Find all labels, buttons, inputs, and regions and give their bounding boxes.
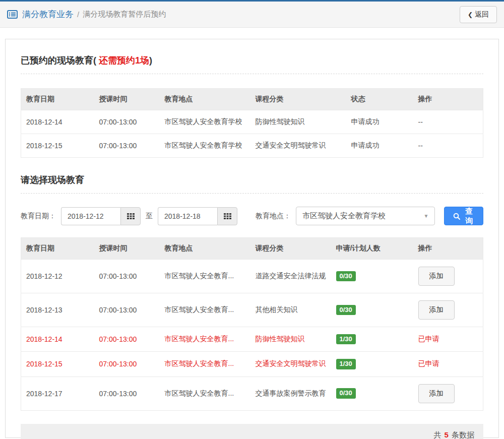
col-action: 操作 [413,238,483,260]
count-badge: 0/30 [336,305,356,315]
cell-edu-date: 2018-12-13 [21,293,94,327]
cell-course-type: 交通安全文明驾驶常识 [250,352,331,377]
date-to-group [158,207,237,225]
date-from-group [61,207,141,225]
calendar-icon[interactable] [120,207,141,225]
cell-edu-place: 市区驾驶人安全教育... [160,293,250,327]
place-filter-label: 教育地点： [256,212,291,221]
total-suffix: 条数据 [452,430,474,439]
chevron-left-icon: ❮ [468,11,473,18]
place-select-value: 市区驾驶人安全教育学校 [302,211,386,221]
cell-action: 已申请 [413,327,483,352]
add-button[interactable]: 添加 [418,267,455,286]
available-table-row: 2018-12-12 07:00-13:00 市区驾驶人安全教育... 道路交通… [21,260,483,293]
col-edu-place: 教育地点 [160,89,250,110]
calendar-icon[interactable] [217,207,237,225]
place-select[interactable]: 市区驾驶人安全教育学校 ▼ [296,207,435,225]
available-table-row: 2018-12-14 07:00-13:00 市区驾驶人安全教育... 防御性驾… [21,327,483,352]
cell-class-time: 07:00-13:00 [94,110,160,134]
cell-edu-place: 市区驾驶人安全教育... [160,352,250,377]
count-badge: 0/30 [336,388,356,398]
booked-table: 教育日期 授课时间 教育地点 课程分类 状态 操作 2018-12-14 07:… [21,88,483,158]
cell-edu-place: 市区驾驶人安全教育... [160,377,250,410]
count-badge: 1/30 [336,334,356,344]
booked-table-row: 2018-12-15 07:00-13:00 市区驾驶人安全教育学校 交通安全文… [21,134,483,158]
cell-class-time: 07:00-13:00 [94,260,160,293]
cell-course-type: 交通事故案例警示教育 [250,377,331,410]
booked-title-highlight: 还需预约1场 [96,55,149,66]
cell-applied-planned: 0/30 [331,377,413,410]
cell-class-time: 07:00-13:00 [94,134,160,158]
date-filter-label: 教育日期： [21,212,56,221]
available-table-row: 2018-12-15 07:00-13:00 市区驾驶人安全教育... 交通安全… [21,352,483,377]
back-button[interactable]: ❮ 返回 [460,6,497,23]
count-badge: 0/30 [336,271,356,281]
col-applied-planned: 申请/计划人数 [331,238,413,260]
col-class-time: 授课时间 [94,89,160,110]
booked-table-row: 2018-12-14 07:00-13:00 市区驾驶人安全教育学校 防御性驾驶… [21,110,483,134]
caret-down-icon: ▼ [423,213,428,219]
cell-edu-place: 市区驾驶人安全教育学校 [160,134,250,158]
col-edu-date: 教育日期 [21,89,94,110]
breadcrumb-separator: / [77,10,79,19]
search-button[interactable]: 查询 [444,207,483,225]
col-status: 状态 [346,89,413,110]
cell-edu-place: 市区驾驶人安全教育学校 [160,110,250,134]
col-action: 操作 [413,89,483,110]
total-count: 5 [443,430,449,439]
cell-edu-date: 2018-12-14 [21,110,94,134]
search-icon [453,213,460,220]
breadcrumb-root-link[interactable]: 满分教育业务 [22,9,74,20]
cell-class-time: 07:00-13:00 [94,377,160,410]
date-to-input[interactable] [158,207,217,225]
date-range-separator: 至 [146,212,153,221]
available-table-row: 2018-12-17 07:00-13:00 市区驾驶人安全教育... 交通事故… [21,377,483,410]
cell-action: 添加 [413,377,483,410]
back-button-label: 返回 [475,10,489,19]
applied-status-text: 已申请 [418,335,439,343]
cell-course-type: 防御性驾驶知识 [250,327,331,352]
cell-course-type: 其他相关知识 [250,293,331,327]
booked-table-header-row: 教育日期 授课时间 教育地点 课程分类 状态 操作 [21,89,483,110]
select-section-title: 请选择现场教育 [21,171,483,194]
col-class-time: 授课时间 [94,238,160,260]
cell-course-type: 道路交通安全法律法规 [250,260,331,293]
cell-edu-date: 2018-12-15 [21,352,94,377]
cell-action: 添加 [413,260,483,293]
breadcrumb: 满分教育业务 / 满分现场教育暂停后预约 [7,9,166,20]
add-button[interactable]: 添加 [418,300,455,320]
cell-class-time: 07:00-13:00 [94,327,160,352]
cell-action: -- [413,110,483,134]
count-badge: 1/30 [336,359,356,369]
col-course-type: 课程分类 [250,238,331,260]
total-prefix: 共 [433,430,441,439]
filter-bar: 教育日期： 至 [21,207,483,225]
add-button[interactable]: 添加 [418,384,455,403]
cell-class-time: 07:00-13:00 [94,352,160,377]
cell-edu-date: 2018-12-14 [21,327,94,352]
available-table-header-row: 教育日期 授课时间 教育地点 课程分类 申请/计划人数 操作 [21,238,483,260]
cell-applied-planned: 0/30 [331,260,413,293]
available-table: 教育日期 授课时间 教育地点 课程分类 申请/计划人数 操作 2018-12-1… [21,237,483,411]
search-button-label: 查询 [464,207,474,226]
cell-edu-place: 市区驾驶人安全教育... [160,260,250,293]
main-card: 已预约的现场教育( 还需预约1场) 教育日期 授课时间 教育地点 课程分类 状态… [5,39,499,438]
col-edu-place: 教育地点 [160,238,250,260]
list-icon [7,10,18,19]
topbar: 满分教育业务 / 满分现场教育暂停后预约 ❮ 返回 [0,0,504,28]
cell-course-type: 交通安全文明驾驶常识 [250,134,346,158]
date-from-input[interactable] [61,207,120,225]
col-course-type: 课程分类 [250,89,346,110]
cell-applied-planned: 0/30 [331,293,413,327]
cell-edu-date: 2018-12-17 [21,377,94,410]
cell-status: 申请成功 [346,110,413,134]
cell-course-type: 防御性驾驶知识 [250,110,346,134]
cell-edu-place: 市区驾驶人安全教育... [160,327,250,352]
cell-class-time: 07:00-13:00 [94,293,160,327]
booked-title-suffix: ) [149,55,152,66]
applied-status-text: 已申请 [418,359,439,367]
cell-status: 申请成功 [346,134,413,158]
cell-action: -- [413,134,483,158]
booked-section-title: 已预约的现场教育( 还需预约1场) [21,51,483,74]
available-table-row: 2018-12-13 07:00-13:00 市区驾驶人安全教育... 其他相关… [21,293,483,327]
